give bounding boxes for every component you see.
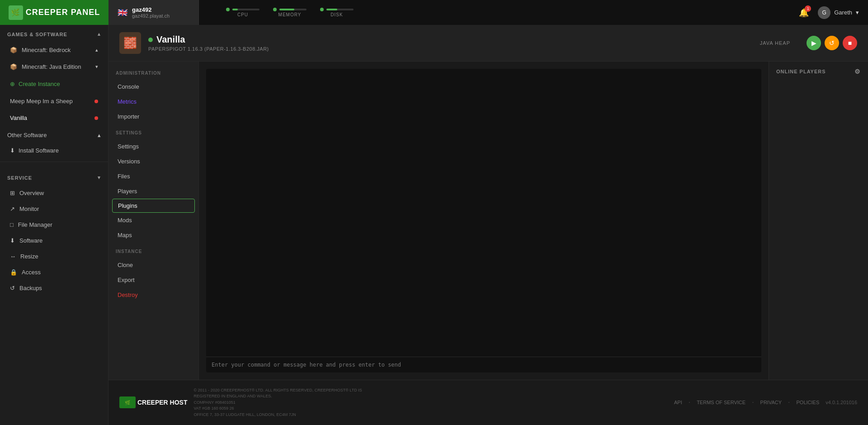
footer-privacy-link[interactable]: PRIVACY	[760, 400, 782, 405]
sidebar-item-meep[interactable]: Meep Meep Im a Sheep	[3, 93, 105, 109]
lock-icon: 🔒	[10, 269, 17, 276]
java-heap-label: JAVA HEAP	[760, 40, 790, 46]
chevron-up-icon: ▴	[95, 47, 98, 53]
server-title-wrap: Vanilla PAPERSPIGOT 1.16.3 (PAPER-1.16.3…	[148, 34, 753, 52]
plus-circle-icon: ⊕	[10, 81, 15, 87]
page-footer: 🌿 CREEPER HOST © 2011 - 2020 CREEPERHOST…	[108, 380, 868, 425]
footer-version: v4.0.1.201016	[826, 400, 857, 405]
footer-copyright: © 2011 - 2020 CREEPERHOST® LTD. ALL RIGH…	[193, 387, 374, 418]
folder-icon: □	[10, 221, 14, 228]
menu-item-metrics[interactable]: Metrics	[108, 94, 198, 109]
user-menu-button[interactable]: G Gareth ▾	[818, 6, 859, 19]
left-menu: ADMINISTRATION Console Metrics Importer …	[108, 62, 199, 380]
server-info: gaz492 gaz492.playat.ch	[132, 6, 170, 19]
menu-item-destroy[interactable]: Destroy	[108, 287, 198, 302]
notification-badge: 1	[805, 5, 811, 12]
brand-logo-area[interactable]: 🌿 CREEPER PANEL	[0, 0, 108, 25]
service-header[interactable]: SERVICE ▾	[0, 168, 108, 185]
sidebar-java-label: Minecraft: Java Edition	[22, 63, 81, 70]
chevron-up-icon: ▴	[98, 31, 101, 37]
menu-item-importer[interactable]: Importer	[108, 109, 198, 124]
cpu-label: CPU	[237, 12, 248, 17]
online-players-label: ONLINE PLAYERS	[776, 69, 826, 74]
flag-icon: 🇬🇧	[118, 8, 127, 18]
software-label: Software	[19, 237, 42, 244]
sidebar-item-monitor[interactable]: ↗ Monitor	[3, 201, 105, 216]
nav-stats: CPU MEMORY DISK	[226, 8, 354, 17]
backup-icon: ↺	[10, 285, 15, 291]
cpu-dot	[226, 8, 230, 11]
sidebar-item-java[interactable]: 📦 Minecraft: Java Edition ▾	[3, 59, 105, 75]
server-name: gaz492	[132, 6, 170, 13]
sidebar-games-header[interactable]: GAMES & SOFTWARE ▴	[0, 25, 108, 42]
resize-label: Resize	[20, 253, 38, 260]
server-tab[interactable]: 🇬🇧 gaz492 gaz492.playat.ch	[108, 0, 199, 25]
monitor-label: Monitor	[19, 205, 39, 212]
footer-brand-logo: 🌿 CREEPER HOST	[119, 396, 187, 408]
minecraft-icon: 🧱	[119, 32, 141, 54]
sidebar-divider	[0, 162, 108, 162]
right-panel: ONLINE PLAYERS ⚙	[769, 62, 868, 380]
chevron-down-icon: ▾	[856, 9, 859, 16]
overview-label: Overview	[19, 190, 44, 196]
brand-logo: 🌿 CREEPER PANEL	[9, 5, 100, 20]
notifications-button[interactable]: 🔔 1	[797, 5, 811, 20]
admin-section-label: ADMINISTRATION	[108, 69, 198, 79]
service-label: SERVICE	[7, 175, 32, 181]
menu-item-players[interactable]: Players	[108, 184, 198, 199]
chevron-down-icon: ▾	[95, 64, 98, 70]
menu-item-mods[interactable]: Mods	[108, 213, 198, 228]
menu-item-files[interactable]: Files	[108, 169, 198, 184]
footer-brand-name: CREEPER HOST	[137, 399, 187, 406]
server-controls: ▶ ↺ ■	[807, 36, 857, 50]
brand-icon: 🌿	[9, 5, 23, 20]
nav-right: 🔔 1 G Gareth ▾	[797, 5, 868, 20]
memory-dot	[273, 8, 277, 11]
server-subtitle: PAPERSPIGOT 1.16.3 (PAPER-1.16.3-B208.JA…	[148, 46, 753, 52]
stop-button[interactable]: ■	[843, 36, 857, 50]
sidebar-item-vanilla[interactable]: Vanilla	[3, 110, 105, 126]
menu-item-maps[interactable]: Maps	[108, 228, 198, 243]
user-avatar: G	[818, 6, 830, 19]
gear-icon[interactable]: ⚙	[854, 68, 861, 75]
start-button[interactable]: ▶	[807, 36, 821, 50]
footer-tos-link[interactable]: TERMS OF SERVICE	[697, 400, 745, 405]
menu-item-clone[interactable]: Clone	[108, 258, 198, 272]
menu-item-plugins[interactable]: Plugins	[112, 199, 195, 213]
sidebar-item-overview[interactable]: ⊞ Overview	[3, 186, 105, 201]
console-input[interactable]	[212, 362, 756, 368]
disk-dot	[320, 8, 324, 11]
menu-item-versions[interactable]: Versions	[108, 154, 198, 169]
memory-label: MEMORY	[278, 12, 302, 17]
install-software-label: Install Software	[19, 147, 59, 154]
top-nav: 🌿 CREEPER PANEL 🇬🇧 gaz492 gaz492.playat.…	[0, 0, 868, 25]
sidebar-item-resize[interactable]: ↔ Resize	[3, 249, 105, 264]
java-icon: 📦	[10, 63, 17, 70]
create-instance-button[interactable]: ⊕ Create Instance	[3, 76, 105, 92]
vanilla-status-dot	[94, 116, 98, 120]
sidebar-item-bedrock[interactable]: 📦 Minecraft: Bedrock ▴	[3, 42, 105, 58]
footer-api-link[interactable]: API	[674, 400, 682, 405]
footer-policies-link[interactable]: POLICIES	[797, 400, 820, 405]
other-software-header[interactable]: Other Software ▴	[0, 126, 108, 142]
menu-item-console[interactable]: Console	[108, 79, 198, 94]
chevron-up-icon2: ▴	[98, 132, 101, 138]
sidebar-item-software[interactable]: ⬇ Software	[3, 233, 105, 248]
sidebar-item-file-manager[interactable]: □ File Manager	[3, 217, 105, 232]
monitor-icon: ↗	[10, 205, 15, 212]
download-icon: ⬇	[10, 147, 15, 154]
sidebar-item-backups[interactable]: ↺ Backups	[3, 281, 105, 296]
sidebar-item-access[interactable]: 🔒 Access	[3, 265, 105, 280]
menu-item-settings[interactable]: Settings	[108, 139, 198, 154]
access-label: Access	[22, 269, 41, 276]
menu-item-export[interactable]: Export	[108, 272, 198, 287]
bedrock-icon: 📦	[10, 47, 17, 53]
restart-button[interactable]: ↺	[825, 36, 839, 50]
instance-section-label: INSTANCE	[108, 247, 198, 258]
server-title: Vanilla	[156, 34, 185, 45]
grid-icon: ⊞	[10, 190, 15, 196]
console-content	[206, 69, 761, 357]
install-software-button[interactable]: ⬇ Install Software	[3, 143, 105, 158]
cpu-stat: CPU	[226, 8, 259, 17]
resize-icon: ↔	[10, 253, 16, 260]
